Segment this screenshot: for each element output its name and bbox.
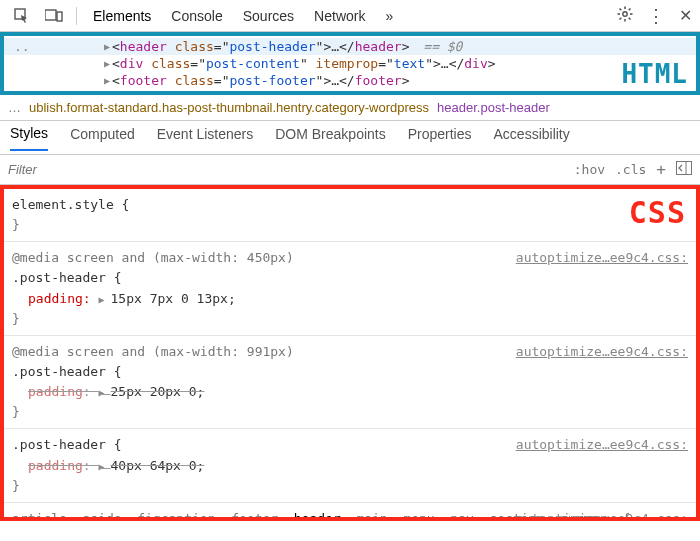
devtools-toolbar: Elements Console Sources Network » ⋮ ✕ (0, 0, 700, 32)
svg-line-10 (629, 9, 631, 11)
cls-toggle[interactable]: .cls (615, 162, 646, 177)
styles-subtabs: Styles Computed Event Listeners DOM Brea… (0, 121, 700, 155)
source-link[interactable]: autoptimize…ee9c4.css: (516, 342, 688, 362)
inspect-icon[interactable] (8, 4, 36, 28)
dom-node-div[interactable]: ▶ <div class="post-content" itemprop="te… (4, 55, 696, 72)
subtab-properties[interactable]: Properties (408, 126, 472, 150)
kebab-icon[interactable]: ⋮ (647, 7, 665, 25)
subtab-styles[interactable]: Styles (10, 125, 48, 151)
css-rule[interactable]: autoptimize…ee9c4.css:@media screen and … (4, 242, 696, 336)
breadcrumb-parent[interactable]: ublish.format-standard.has-post-thumbnai… (29, 100, 429, 115)
tab-network[interactable]: Network (314, 8, 365, 24)
hov-toggle[interactable]: :hov (574, 162, 605, 177)
svg-line-11 (620, 18, 622, 20)
svg-rect-2 (57, 12, 62, 21)
html-annotation: HTML (621, 59, 688, 89)
css-rule[interactable]: autoptimize…ee9c4.css:@media screen and … (4, 336, 696, 430)
svg-line-8 (620, 9, 622, 11)
css-rule[interactable]: element.style {} (4, 189, 696, 242)
subtab-accessibility[interactable]: Accessibility (494, 126, 570, 150)
tab-console[interactable]: Console (171, 8, 222, 24)
css-rule[interactable]: autoptimize…ee9c4.css:article, aside, fi… (4, 503, 696, 521)
new-rule-icon[interactable]: + (656, 160, 666, 179)
dom-node-header[interactable]: .. ▶ <header class="post-header">…</head… (4, 38, 696, 55)
styles-filter-row: :hov .cls + (0, 155, 700, 185)
dom-node-footer[interactable]: ▶ <footer class="post-footer">…</footer> (4, 72, 696, 89)
gear-icon[interactable] (617, 6, 633, 25)
expand-icon[interactable]: ▶ (104, 41, 110, 52)
separator (76, 7, 77, 25)
elements-panel: HTML .. ▶ <header class="post-header">…<… (0, 32, 700, 95)
breadcrumb-current[interactable]: header.post-header (437, 100, 550, 115)
svg-line-9 (629, 18, 631, 20)
expand-icon[interactable]: ▶ (104, 75, 110, 86)
sidebar-toggle-icon[interactable] (676, 161, 692, 178)
expand-icon[interactable]: ▶ (104, 58, 110, 69)
css-rule[interactable]: autoptimize…ee9c4.css:.post-header {padd… (4, 429, 696, 502)
close-icon[interactable]: ✕ (679, 6, 692, 25)
subtab-event-listeners[interactable]: Event Listeners (157, 126, 254, 150)
source-link[interactable]: autoptimize…ee9c4.css: (516, 435, 688, 455)
svg-rect-1 (45, 10, 56, 20)
breadcrumb-ellipsis[interactable]: … (8, 100, 21, 115)
tabs-overflow-icon[interactable]: » (385, 8, 393, 24)
subtab-computed[interactable]: Computed (70, 126, 135, 150)
tab-elements[interactable]: Elements (93, 8, 151, 24)
filter-input[interactable] (8, 162, 574, 177)
device-toggle-icon[interactable] (40, 4, 68, 28)
tab-sources[interactable]: Sources (243, 8, 294, 24)
styles-panel: CSS element.style {}autoptimize…ee9c4.cs… (0, 185, 700, 521)
subtab-dom-breakpoints[interactable]: DOM Breakpoints (275, 126, 385, 150)
main-tabs: Elements Console Sources Network » (93, 8, 393, 24)
breadcrumb[interactable]: … ublish.format-standard.has-post-thumbn… (0, 95, 700, 121)
source-link[interactable]: autoptimize…ee9c4.css: (516, 509, 688, 521)
source-link[interactable]: autoptimize…ee9c4.css: (516, 248, 688, 268)
svg-point-3 (623, 12, 627, 16)
scroll-dots: .. (14, 39, 104, 54)
